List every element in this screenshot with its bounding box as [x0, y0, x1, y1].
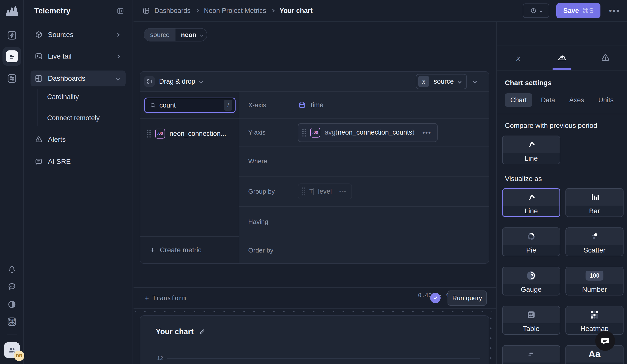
scope-source-dropdown[interactable]: x source	[416, 74, 467, 89]
viz-card-pie[interactable]: Pie	[502, 227, 560, 256]
metric-list-item[interactable]: .00 neon_connection...	[140, 126, 239, 141]
heatmap-icon	[589, 309, 600, 320]
create-metric-button[interactable]: + Create metric	[140, 236, 239, 263]
drag-handle-icon[interactable]	[302, 187, 305, 195]
viz-card-label: Number	[566, 284, 623, 295]
subtab-data[interactable]: Data	[535, 93, 561, 107]
breadcrumb-item[interactable]: Neon Project Metrics	[204, 7, 266, 15]
field-search-input[interactable]	[157, 102, 224, 109]
edit-pencil-icon[interactable]	[199, 328, 206, 335]
feedback-chat-icon[interactable]	[6, 281, 18, 293]
viz-card-heatmap[interactable]: Heatmap	[566, 306, 624, 335]
sidebar-item-connect-remotely[interactable]: Connect remotely	[47, 111, 126, 125]
subtab-chart[interactable]: Chart	[505, 93, 532, 107]
slash-shortcut-badge: /	[224, 100, 232, 111]
drag-handle-icon[interactable]	[302, 129, 306, 137]
run-query-button[interactable]: Run query	[448, 291, 487, 306]
sidebar-item-label: Dashboards	[48, 74, 116, 82]
sidebar-item-dashboards[interactable]: Dashboards	[31, 70, 126, 86]
where-row[interactable]: Where	[239, 147, 489, 177]
group-by-row[interactable]: Group by T level •••	[239, 177, 489, 207]
more-menu-icon[interactable]: •••	[607, 6, 622, 16]
viz-card-number[interactable]: 100 Number	[566, 267, 624, 296]
theme-contrast-icon[interactable]	[6, 299, 18, 310]
sidebar-item-sources[interactable]: Sources	[31, 27, 126, 43]
source-filter-chip[interactable]: source neon	[144, 28, 207, 42]
subtab-units[interactable]: Units	[593, 93, 619, 107]
tab-alerts[interactable]	[583, 46, 627, 70]
viz-card-gauge[interactable]: Gauge	[502, 267, 560, 296]
query-builder-header: Drag & drop x source	[140, 72, 489, 92]
chart-gridline-row: 12	[155, 355, 480, 362]
compare-line-card[interactable]: Line	[502, 136, 560, 164]
viz-card-label	[503, 363, 560, 364]
field-list-column: / .00 neon_connection... +	[140, 92, 239, 263]
tab-variables[interactable]: x	[497, 46, 540, 70]
viz-card-text[interactable]: Aa	[566, 345, 624, 364]
having-row[interactable]: Having	[239, 207, 489, 237]
field-search: /	[144, 98, 236, 113]
sidebar-item-label: Live tail	[48, 52, 116, 60]
save-button[interactable]: Save ⌘S	[556, 3, 600, 18]
builder-mode-dropdown[interactable]: Drag & drop	[144, 76, 416, 87]
settings-sliders-icon[interactable]	[6, 72, 18, 84]
active-tab-underline	[553, 68, 572, 70]
live-tail-rail-icon[interactable]	[6, 51, 18, 62]
group-by-field-pill[interactable]: T level •••	[298, 183, 352, 199]
subtab-axes[interactable]: Axes	[564, 93, 589, 107]
add-transform-button[interactable]: + Transform	[145, 295, 430, 302]
y-axis-row[interactable]: Y-axis .00 avg(neon_connection_counts) •…	[239, 119, 489, 147]
breadcrumb-separator-icon	[271, 9, 274, 12]
viz-card-scatter[interactable]: Scatter	[566, 227, 624, 256]
gauge-icon	[525, 270, 537, 281]
viz-card-label: Bar	[566, 206, 623, 216]
y-axis-field-pill[interactable]: .00 avg(neon_connection_counts) •••	[298, 123, 438, 142]
breadcrumb: Dashboards Neon Project Metrics Your cha…	[143, 7, 523, 15]
chart-title: Your chart	[156, 327, 194, 336]
chevron-down-icon	[200, 33, 203, 37]
plus-icon: +	[145, 295, 149, 301]
support-chat-button[interactable]	[595, 331, 615, 351]
viz-card-label: Line	[503, 206, 560, 216]
viz-card-label: Line	[503, 153, 560, 164]
breadcrumb-item[interactable]: Dashboards	[155, 7, 191, 15]
x-axis-row[interactable]: X-axis time	[239, 92, 489, 119]
transform-label: Transform	[153, 295, 186, 302]
panel-icon-tabs: x	[497, 46, 627, 70]
viz-card-label: Heatmap	[566, 323, 623, 334]
sidebar-item-live-tail[interactable]: Live tail	[31, 49, 126, 64]
viz-card-bar[interactable]: Bar	[566, 188, 624, 217]
calendar-icon	[298, 101, 306, 109]
order-by-row[interactable]: Order by	[239, 237, 489, 263]
chevron-down-icon	[458, 79, 462, 83]
sidebar-item-alerts[interactable]: Alerts	[31, 132, 126, 148]
sidebar-title: Telemetry	[34, 6, 70, 15]
content-area: Dashboards Neon Project Metrics Your cha…	[134, 0, 627, 364]
viz-card-line[interactable]: Line	[502, 188, 560, 217]
more-icon[interactable]: •••	[339, 188, 347, 195]
sidebar: Telemetry Sources Live tail Dashboards	[24, 0, 133, 364]
bar-chart-icon	[589, 192, 600, 203]
sidebar-item-ai-sre[interactable]: AI SRE	[31, 154, 126, 170]
viz-card-log[interactable]	[502, 345, 560, 364]
chart-card: Your chart 12	[140, 315, 489, 364]
tab-chart-settings[interactable]	[540, 46, 583, 70]
drag-handle-icon[interactable]	[147, 130, 151, 138]
clock-icon	[530, 7, 537, 14]
sidebar-collapse-icon[interactable]	[116, 7, 124, 15]
time-range-button[interactable]	[523, 3, 549, 18]
collapse-builder-icon[interactable]	[473, 79, 476, 84]
row-label: Order by	[248, 247, 298, 254]
notifications-bell-icon[interactable]	[6, 263, 18, 275]
viz-card-table[interactable]: Table	[502, 306, 560, 335]
sidebar-subitem-label: Cardinality	[47, 93, 79, 101]
sidebar-item-cardinality[interactable]: Cardinality	[47, 90, 126, 104]
sidebar-item-label: AI SRE	[48, 158, 119, 166]
panel-top-strip	[497, 22, 627, 46]
more-icon[interactable]: •••	[422, 129, 431, 137]
x-variable-badge: x	[418, 76, 429, 87]
flash-query-icon[interactable]	[6, 29, 18, 41]
sidebar-subitem-label: Connect remotely	[47, 114, 100, 122]
command-shortcuts-icon[interactable]: ⌘	[6, 316, 18, 328]
filter-key: source	[144, 29, 175, 41]
